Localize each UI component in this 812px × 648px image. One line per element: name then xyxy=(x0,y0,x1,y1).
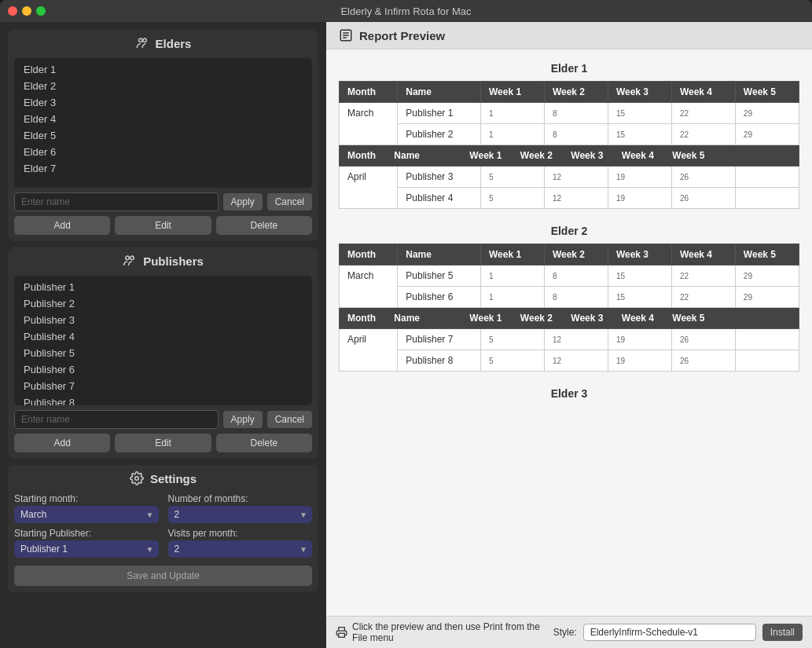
bottom-bar: Click the preview and then use Print fro… xyxy=(326,616,812,648)
list-item[interactable]: Publisher 7 xyxy=(14,378,312,394)
elder-1-section: Elder 1 Month Name Week 1 Week 2 Week 3 … xyxy=(339,62,799,209)
name-cell: Publisher 8 xyxy=(398,350,481,372)
list-item[interactable]: Publisher 2 xyxy=(14,295,312,312)
sub-w2-header: Week 2 xyxy=(520,150,553,161)
week5-cell: 29 xyxy=(735,287,799,308)
elder-delete-button[interactable]: Delete xyxy=(216,216,312,235)
publishers-list[interactable]: Publisher 1 Publisher 2 Publisher 3 Publ… xyxy=(14,276,312,405)
week1-cell: 5 xyxy=(480,329,544,350)
name-cell: Publisher 1 xyxy=(398,103,481,124)
list-item[interactable]: Publisher 4 xyxy=(14,328,312,345)
table-row: March Publisher 5 1 8 15 22 29 xyxy=(340,265,799,287)
list-item[interactable]: Elder 6 xyxy=(14,144,312,160)
titlebar: Elderly & Infirm Rota for Mac xyxy=(0,0,812,22)
list-item[interactable]: Elder 4 xyxy=(14,111,312,127)
starting-publisher-label: Starting Publisher: xyxy=(14,528,159,539)
list-item[interactable]: Elder 1 xyxy=(14,61,312,78)
list-item[interactable]: Elder 5 xyxy=(14,127,312,144)
install-button[interactable]: Install xyxy=(762,624,803,641)
settings-title: Settings xyxy=(150,472,197,485)
col-week2: Week 2 xyxy=(544,244,608,265)
list-item[interactable]: Publisher 5 xyxy=(14,345,312,361)
table-row: Month Name Week 1 Week 2 Week 3 Week 4 W… xyxy=(340,145,799,167)
col-week5: Week 5 xyxy=(735,244,799,265)
name-cell: Publisher 4 xyxy=(398,188,481,209)
right-panel: Report Preview Elder 1 Month Name Week 1… xyxy=(326,22,812,648)
report-content[interactable]: Elder 1 Month Name Week 1 Week 2 Week 3 … xyxy=(326,49,812,616)
week2-cell: 8 xyxy=(544,265,608,287)
week4-cell: 26 xyxy=(671,167,735,188)
elder-2-table: Month Name Week 1 Week 2 Week 3 Week 4 W… xyxy=(339,243,799,372)
week3-cell: 19 xyxy=(608,350,671,372)
list-item[interactable]: Elder 3 xyxy=(14,94,312,111)
publisher-name-input[interactable] xyxy=(14,410,219,429)
sub-name-header: Name xyxy=(394,150,420,161)
publisher-cancel-button[interactable]: Cancel xyxy=(267,411,312,428)
list-item[interactable]: Elder 2 xyxy=(14,78,312,94)
print-hint-row: Click the preview and then use Print fro… xyxy=(336,621,547,643)
week2-cell: 8 xyxy=(544,287,608,308)
elder-add-button[interactable]: Add xyxy=(14,216,110,235)
list-item[interactable]: Publisher 1 xyxy=(14,279,312,295)
visits-per-month-select[interactable]: 123 45 xyxy=(168,540,313,558)
col-name: Name xyxy=(398,244,481,265)
col-week4: Week 4 xyxy=(671,244,735,265)
visits-per-month-wrapper: 123 45 ▼ xyxy=(168,540,313,558)
minimize-button[interactable] xyxy=(22,6,31,16)
starting-publisher-group: Starting Publisher: Publisher 1Publisher… xyxy=(14,528,159,558)
list-item[interactable]: Publisher 8 xyxy=(14,394,312,405)
elder-2-section: Elder 2 Month Name Week 1 Week 2 Week 3 … xyxy=(339,225,799,372)
list-item[interactable]: Publisher 3 xyxy=(14,312,312,328)
week1-cell: 1 xyxy=(480,287,544,308)
sub-w1-header: Week 1 xyxy=(469,150,502,161)
list-item[interactable]: Publisher 6 xyxy=(14,361,312,378)
table-row: Publisher 8 5 12 19 26 xyxy=(340,350,799,372)
left-panel: Elders Elder 1 Elder 2 Elder 3 Elder 4 E… xyxy=(0,22,326,648)
publishers-title: Publishers xyxy=(143,254,204,268)
elder-apply-button[interactable]: Apply xyxy=(223,193,263,211)
style-select[interactable]: ElderlyInfirm-Schedule-v1 xyxy=(583,624,756,641)
week5-cell: 29 xyxy=(735,265,799,287)
publisher-delete-button[interactable]: Delete xyxy=(216,434,312,452)
week2-cell: 12 xyxy=(544,167,608,188)
table-row: April Publisher 7 5 12 19 26 xyxy=(340,329,799,350)
publisher-edit-button[interactable]: Edit xyxy=(115,434,211,452)
elder-3-title: Elder 3 xyxy=(339,387,799,400)
main-layout: Elders Elder 1 Elder 2 Elder 3 Elder 4 E… xyxy=(0,22,812,648)
elder-cancel-button[interactable]: Cancel xyxy=(267,193,312,211)
close-button[interactable] xyxy=(8,6,17,16)
starting-publisher-select[interactable]: Publisher 1Publisher 2 Publisher 3Publis… xyxy=(14,540,159,558)
week4-cell: 22 xyxy=(671,103,735,124)
settings-grid: Starting month: JanuaryFebruaryMarch Apr… xyxy=(14,493,312,558)
save-update-button[interactable]: Save and Update xyxy=(14,566,312,586)
elders-header: Elders xyxy=(14,36,312,53)
week5-cell xyxy=(735,329,799,350)
month-cell: March xyxy=(340,265,398,308)
week3-cell: 15 xyxy=(608,124,671,145)
num-months-wrapper: 123 456 ▼ xyxy=(168,506,313,523)
elders-btn-row: Add Edit Delete xyxy=(14,216,312,235)
month-cell: April xyxy=(340,167,398,209)
week2-cell: 12 xyxy=(544,329,608,350)
week5-cell: 29 xyxy=(735,124,799,145)
week4-cell: 22 xyxy=(671,265,735,287)
publisher-apply-button[interactable]: Apply xyxy=(223,411,263,428)
maximize-button[interactable] xyxy=(36,6,46,16)
starting-month-select[interactable]: JanuaryFebruaryMarch AprilMayJune JulyAu… xyxy=(14,506,159,523)
settings-section: Settings Starting month: JanuaryFebruary… xyxy=(8,465,318,592)
week4-cell: 22 xyxy=(671,124,735,145)
week1-cell: 1 xyxy=(480,265,544,287)
publisher-add-button[interactable]: Add xyxy=(14,434,110,452)
elder-1-table: Month Name Week 1 Week 2 Week 3 Week 4 W… xyxy=(339,81,799,209)
num-months-select[interactable]: 123 456 xyxy=(168,506,313,523)
elders-icon xyxy=(135,36,149,50)
printer-icon xyxy=(336,625,347,639)
sub-w4-header: Week 4 xyxy=(622,150,654,161)
elder-name-input[interactable] xyxy=(14,192,219,211)
sub-w3-header: Week 3 xyxy=(571,150,603,161)
week1-cell: 1 xyxy=(480,103,544,124)
elders-list[interactable]: Elder 1 Elder 2 Elder 3 Elder 4 Elder 5 … xyxy=(14,58,312,188)
list-item[interactable]: Elder 7 xyxy=(14,160,312,177)
titlebar-buttons xyxy=(8,6,46,16)
elder-edit-button[interactable]: Edit xyxy=(115,216,211,235)
